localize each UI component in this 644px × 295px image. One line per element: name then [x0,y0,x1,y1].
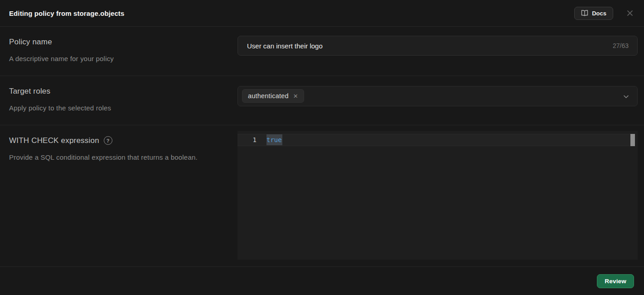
policy-name-input[interactable] [238,36,637,55]
close-icon [626,12,634,19]
section-target-roles-info: Target roles Apply policy to the selecte… [0,76,237,125]
review-button[interactable]: Review [597,274,634,288]
section-policy-name-info: Policy name A descriptive name for your … [0,27,237,76]
modal-footer: Review [0,266,644,295]
policy-name-field-wrapper: 27/63 [237,36,638,56]
section-target-roles-field: authenticated ✕ [237,76,644,125]
code-content: true [266,136,282,143]
char-counter: 27/63 [613,42,629,49]
target-roles-description: Apply policy to the selected roles [9,103,219,114]
section-with-check-editor: 1 true [237,125,644,269]
role-chip-remove-icon[interactable]: ✕ [293,93,298,99]
header-actions: Docs [574,7,635,20]
code-line-current: 1 true [237,134,630,146]
with-check-description: Provide a SQL conditional expression tha… [9,152,199,163]
editor-scrollbar[interactable] [630,134,635,146]
close-button[interactable] [625,8,635,18]
policy-name-description: A descriptive name for your policy [9,53,219,65]
selected-code: true [266,134,282,145]
section-with-check: WITH CHECK expression ? Provide a SQL co… [0,125,644,269]
docs-button-label: Docs [592,10,606,17]
section-policy-name: Policy name A descriptive name for your … [0,27,644,76]
section-target-roles: Target roles Apply policy to the selecte… [0,76,644,125]
policy-name-label: Policy name [9,38,219,47]
chevron-down-icon [622,93,630,102]
section-policy-name-field: 27/63 [237,27,644,76]
sql-code-editor[interactable]: 1 true [237,131,638,260]
with-check-label-text: WITH CHECK expression [9,136,99,145]
role-chip: authenticated ✕ [242,89,304,103]
roles-select[interactable]: authenticated ✕ [237,86,638,106]
help-icon[interactable]: ? [104,136,112,145]
line-number: 1 [237,136,266,143]
target-roles-label: Target roles [9,87,219,96]
modal-header: Editing policy from storage.objects Docs [0,0,644,27]
book-icon [581,10,588,16]
role-chip-label: authenticated [248,92,289,100]
edit-policy-modal: Editing policy from storage.objects Docs [0,0,644,295]
page-title: Editing policy from storage.objects [9,10,124,17]
section-with-check-info: WITH CHECK expression ? Provide a SQL co… [0,125,237,269]
with-check-label: WITH CHECK expression ? [9,136,219,145]
docs-button[interactable]: Docs [574,7,613,20]
